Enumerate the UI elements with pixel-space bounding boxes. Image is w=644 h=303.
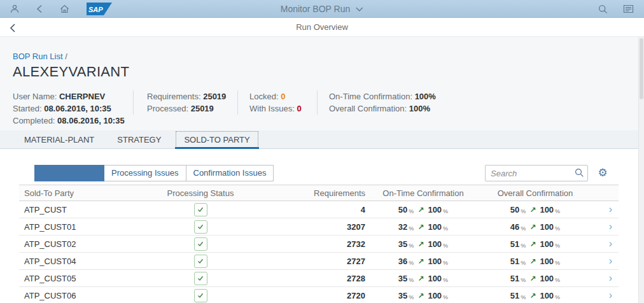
processing-status-cell <box>159 255 242 268</box>
table-settings-icon[interactable]: ⚙ <box>596 166 610 181</box>
shell-app-title-menu[interactable]: Monitor BOP Run <box>281 0 363 18</box>
attribute-completed: Completed: 08.06.2016, 10:35 <box>13 115 133 127</box>
requirements-cell: 2727 <box>242 257 368 266</box>
overall-confirmation-cell: 51%↗100% <box>479 239 592 249</box>
row-navigation-icon[interactable]: › <box>609 204 612 215</box>
success-status-icon <box>194 289 207 302</box>
shell-app-title: Monitor BOP Run <box>281 4 350 14</box>
sap-logo[interactable]: SAP <box>87 3 112 15</box>
requirements-cell: 2732 <box>242 239 368 249</box>
filter-processing-issues-segment[interactable]: Processing Issues <box>104 165 186 181</box>
requirements-cell: 2720 <box>242 291 368 300</box>
success-status-icon <box>194 220 207 234</box>
tab-sold-to-party[interactable]: SOLD-TO PARTY <box>175 130 258 148</box>
attribute-processed: Processed: 25019 <box>147 102 237 115</box>
processing-status-cell <box>159 220 242 234</box>
trend-up-icon: ↗ <box>529 206 536 215</box>
overall-confirmation-cell: 51%↗100% <box>479 274 592 283</box>
ontime-confirmation-cell: 32%↗100% <box>368 222 479 232</box>
filter-all-segment[interactable] <box>34 165 104 181</box>
ontime-confirmation-cell: 50%↗100% <box>368 205 479 215</box>
trend-up-icon: ↗ <box>417 206 424 215</box>
breadcrumb-link[interactable]: BOP Run List <box>13 52 63 61</box>
processing-status-cell <box>159 203 242 216</box>
column-header-processing-status[interactable]: Processing Status <box>159 188 242 198</box>
column-header-sold-to-party[interactable]: Sold-To Party <box>19 188 159 198</box>
processing-status-cell <box>159 272 242 285</box>
home-icon[interactable] <box>60 4 69 13</box>
profile-icon[interactable] <box>10 4 19 13</box>
table-row[interactable]: ATP_CUST01 3207 32%↗100% 46%↗100% › <box>19 218 619 236</box>
sold-to-party-table: Sold-To Party Processing Status Requirem… <box>19 185 619 303</box>
overall-confirmation-cell: 51%↗100% <box>479 291 592 300</box>
sold-to-party-cell: ATP_CUST05 <box>19 274 159 283</box>
table-row[interactable]: ATP_CUST04 2727 36%↗100% 51%↗100% › <box>19 253 619 270</box>
shell-bar: SAP Monitor BOP Run <box>0 0 644 18</box>
trend-up-icon: ↗ <box>529 257 536 266</box>
trend-up-icon: ↗ <box>529 274 536 283</box>
column-header-requirements[interactable]: Requirements <box>242 188 368 198</box>
attributes-col-1: User Name: CHERPNEV Started: 08.06.2016,… <box>13 90 133 127</box>
column-header-ontime-confirmation[interactable]: On-Time Confirmation <box>368 188 479 198</box>
tab-strategy[interactable]: STRATEGY <box>108 130 170 148</box>
attribute-ontime-confirmation: On-Time Confirmation: 100% <box>329 90 436 102</box>
ontime-confirmation-cell: 35%↗100% <box>368 274 479 283</box>
svg-text:SAP: SAP <box>88 5 103 13</box>
table-row[interactable]: ATP_CUST05 2728 35%↗100% 51%↗100% › <box>19 270 619 287</box>
processing-status-cell <box>159 237 242 251</box>
tab-material-plant[interactable]: MATERIAL-PLANT <box>15 130 103 148</box>
sold-to-party-cell: ATP_CUST01 <box>19 222 159 232</box>
row-navigation-icon[interactable]: › <box>609 255 612 266</box>
sold-to-party-cell: ATP_CUST <box>19 205 159 215</box>
attribute-requirements: Requirements: 25019 <box>147 90 237 102</box>
requirements-cell: 3207 <box>242 222 368 232</box>
trend-up-icon: ↗ <box>417 223 424 232</box>
search-field-wrap <box>485 165 588 181</box>
search-icon[interactable] <box>598 4 608 14</box>
attribute-user-name: User Name: CHERPNEV <box>13 90 133 102</box>
table-row[interactable]: ATP_CUST 4 50%↗100% 50%↗100% › <box>19 201 619 218</box>
success-status-icon <box>194 203 207 216</box>
success-status-icon <box>194 255 207 268</box>
column-header-overall-confirmation[interactable]: Overall Confirmation <box>479 188 592 198</box>
scrollbar-track[interactable] <box>638 37 644 303</box>
row-navigation-icon[interactable]: › <box>609 290 612 300</box>
attributes-col-3: Locked: 0 With Issues: 0 <box>237 90 317 115</box>
trend-up-icon: ↗ <box>529 240 536 249</box>
trend-up-icon: ↗ <box>417 292 424 300</box>
page-header-bar: Run Overview <box>0 18 644 37</box>
attribute-overall-confirmation: Overall Confirmation: 100% <box>329 102 436 115</box>
trend-up-icon: ↗ <box>529 223 536 232</box>
table-row[interactable]: ATP_CUST02 2732 35%↗100% 51%↗100% › <box>19 236 619 253</box>
table-row[interactable]: ATP_CUST06 2720 35%↗100% 51%↗100% › <box>19 287 619 303</box>
object-attributes: User Name: CHERPNEV Started: 08.06.2016,… <box>13 90 626 127</box>
requirements-cell: 2728 <box>242 274 368 283</box>
row-navigation-icon[interactable]: › <box>609 272 612 283</box>
filter-segmented-control: Processing Issues Confirmation Issues <box>34 165 274 181</box>
row-navigation-icon[interactable]: › <box>609 221 612 232</box>
breadcrumb-separator: / <box>65 52 67 61</box>
trend-up-icon: ↗ <box>417 257 424 266</box>
requirements-cell: 4 <box>242 205 368 215</box>
filter-confirmation-issues-segment[interactable]: Confirmation Issues <box>186 165 274 181</box>
search-input[interactable] <box>485 165 588 181</box>
attribute-with-issues: With Issues: 0 <box>249 102 317 115</box>
trend-up-icon: ↗ <box>417 240 424 249</box>
search-field-icon[interactable] <box>575 168 584 180</box>
processing-status-cell <box>159 289 242 302</box>
chevron-down-icon <box>356 4 363 13</box>
back-icon[interactable] <box>36 4 43 13</box>
attribute-started: Started: 08.06.2016, 10:35 <box>13 102 133 115</box>
ontime-confirmation-cell: 35%↗100% <box>368 291 479 300</box>
breadcrumb: BOP Run List / <box>13 52 67 61</box>
ontime-confirmation-cell: 35%↗100% <box>368 239 479 249</box>
trend-up-icon: ↗ <box>529 292 536 300</box>
table-header-row: Sold-To Party Processing Status Requirem… <box>19 185 619 201</box>
object-header: BOP Run List / ALEXEYVARIANT User Name: … <box>0 37 638 130</box>
overall-confirmation-cell: 50%↗100% <box>479 205 592 215</box>
scrollbar-thumb[interactable] <box>640 38 643 99</box>
monitor-bop-run-screen: SAP Monitor BOP Run Run Overview <box>0 0 644 303</box>
sold-to-party-cell: ATP_CUST06 <box>19 291 159 300</box>
notifications-icon[interactable] <box>623 4 634 13</box>
row-navigation-icon[interactable]: › <box>609 238 612 249</box>
